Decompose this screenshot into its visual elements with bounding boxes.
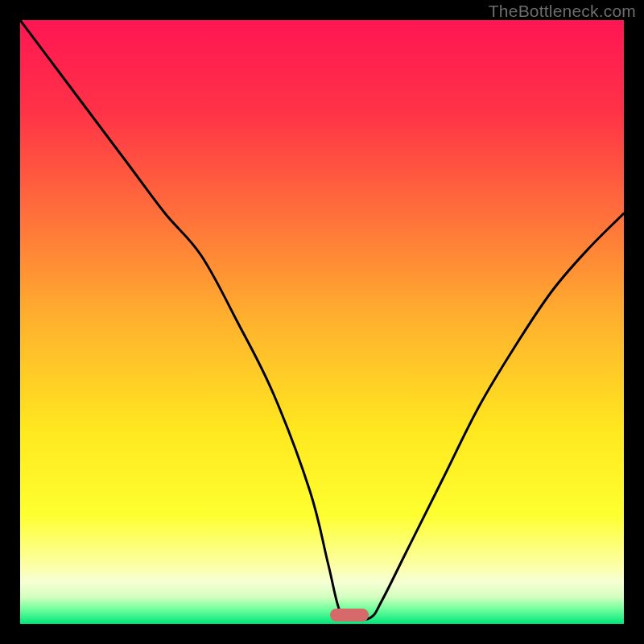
chart-svg (20, 20, 624, 624)
watermark-label: TheBottleneck.com (489, 2, 636, 21)
chart-frame: TheBottleneck.com (0, 0, 644, 644)
plot-area (20, 20, 624, 624)
optimal-point-marker (330, 609, 369, 621)
